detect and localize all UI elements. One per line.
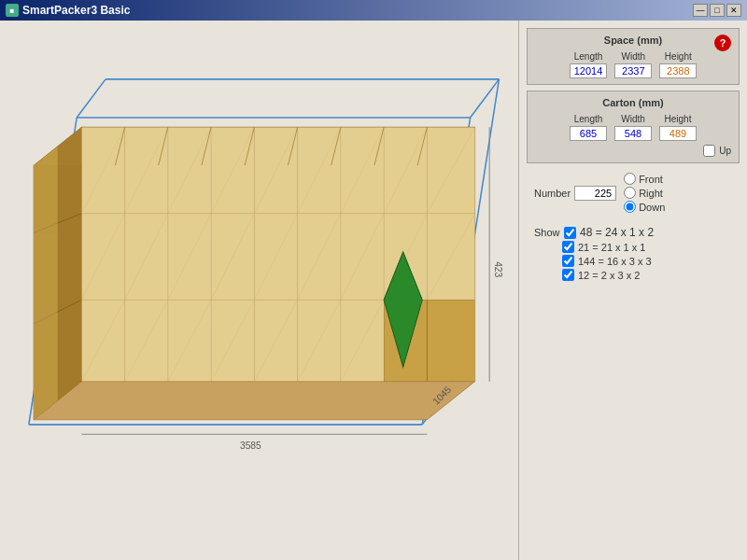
show-item-2: 144 = 16 x 3 x 3 (534, 255, 732, 267)
up-checkbox[interactable] (703, 145, 715, 157)
maximize-button[interactable]: □ (710, 4, 725, 17)
svg-text:423: 423 (493, 261, 503, 277)
show-label: Show (534, 227, 560, 238)
up-label: Up (719, 146, 731, 156)
space-width-value: 2337 (614, 63, 652, 78)
carton-length-label: Length (574, 114, 603, 124)
svg-text:3585: 3585 (240, 441, 261, 451)
right-radio-item[interactable]: Right (624, 187, 665, 199)
show-item-1: 21 = 21 x 1 x 1 (534, 241, 732, 253)
svg-line-4 (77, 79, 106, 118)
number-label: Number (534, 188, 571, 199)
space-section: ? Space (mm) Length 12014 Width 2337 Hei… (527, 28, 740, 85)
canvas-area: 423 3585 1045 (0, 21, 518, 560)
front-label: Front (639, 174, 663, 185)
svg-marker-79 (34, 147, 58, 233)
title-bar-left: ■ SmartPacker3 Basic (6, 4, 130, 17)
space-length-col: Length 12014 (570, 51, 608, 78)
number-section: Number (534, 186, 616, 201)
number-orientation-row: Number Front Right Down (527, 169, 740, 217)
right-label: Right (639, 188, 663, 199)
viewport: 423 3585 1045 (0, 21, 518, 560)
app-icon: ■ (6, 4, 19, 17)
space-dimensions: Length 12014 Width 2337 Height 2388 (535, 51, 731, 78)
number-input[interactable] (574, 186, 616, 201)
front-radio-item[interactable]: Front (624, 173, 665, 185)
down-label: Down (639, 202, 665, 213)
space-length-value: 12014 (570, 63, 608, 78)
carton-width-col: Width 548 (614, 114, 652, 141)
app-title: SmartPacker3 Basic (22, 4, 130, 17)
space-title: Space (mm) (535, 35, 731, 46)
space-height-col: Height 2388 (659, 51, 697, 78)
carton-section: Carton (mm) Length 685 Width 548 Height … (527, 91, 740, 163)
right-panel: ? Space (mm) Length 12014 Width 2337 Hei… (518, 21, 747, 560)
show-item-3-checkbox[interactable] (562, 269, 574, 281)
show-item-2-checkbox[interactable] (562, 255, 574, 267)
right-radio[interactable] (624, 187, 636, 199)
minimize-button[interactable]: — (693, 4, 708, 17)
front-radio[interactable] (624, 173, 636, 185)
carton-height-value: 489 (659, 126, 697, 141)
carton-title: Carton (mm) (535, 97, 731, 108)
svg-marker-9 (34, 382, 475, 420)
show-item-1-text: 21 = 21 x 1 x 1 (578, 242, 645, 253)
show-item-3-text: 12 = 2 x 3 x 2 (578, 270, 640, 281)
show-items-list: 21 = 21 x 1 x 1 144 = 16 x 3 x 3 12 = 2 … (534, 241, 732, 281)
title-bar: ■ SmartPacker3 Basic — □ ✕ (0, 0, 747, 21)
down-radio-item[interactable]: Down (624, 201, 665, 213)
orientation-group: Front Right Down (624, 173, 665, 213)
carton-up-row: Up (535, 145, 731, 157)
show-section: Show 48 = 24 x 1 x 2 21 = 21 x 1 x 1 144… (527, 222, 740, 285)
show-item-1-checkbox[interactable] (562, 241, 574, 253)
carton-height-col: Height 489 (659, 114, 697, 141)
space-height-label: Height (665, 51, 692, 62)
carton-width-value: 548 (614, 126, 652, 141)
carton-dimensions: Length 685 Width 548 Height 489 (535, 114, 731, 141)
show-item-2-text: 144 = 16 x 3 x 3 (578, 256, 652, 267)
3d-visualization: 423 3585 1045 (0, 21, 518, 560)
close-button[interactable]: ✕ (726, 4, 741, 17)
show-header-row: Show 48 = 24 x 1 x 2 (534, 226, 732, 239)
main-content: 423 3585 1045 ? Space (mm) Length 12014 (0, 21, 747, 560)
space-length-label: Length (574, 51, 603, 62)
space-width-label: Width (622, 51, 646, 62)
carton-height-label: Height (665, 114, 692, 124)
space-width-col: Width 2337 (614, 51, 652, 78)
space-height-value: 2388 (659, 63, 697, 78)
down-radio[interactable] (624, 201, 636, 213)
show-item-0-text: 48 = 24 x 1 x 2 (580, 226, 654, 239)
carton-length-col: Length 685 (570, 114, 607, 141)
svg-line-5 (471, 79, 500, 118)
help-button[interactable]: ? (714, 35, 731, 51)
svg-marker-80 (34, 232, 58, 324)
carton-width-label: Width (621, 114, 645, 124)
show-item-3: 12 = 2 x 3 x 2 (534, 269, 732, 281)
show-item-0-checkbox[interactable] (564, 227, 576, 239)
carton-length-value: 685 (570, 126, 607, 141)
title-bar-buttons[interactable]: — □ ✕ (693, 4, 741, 17)
